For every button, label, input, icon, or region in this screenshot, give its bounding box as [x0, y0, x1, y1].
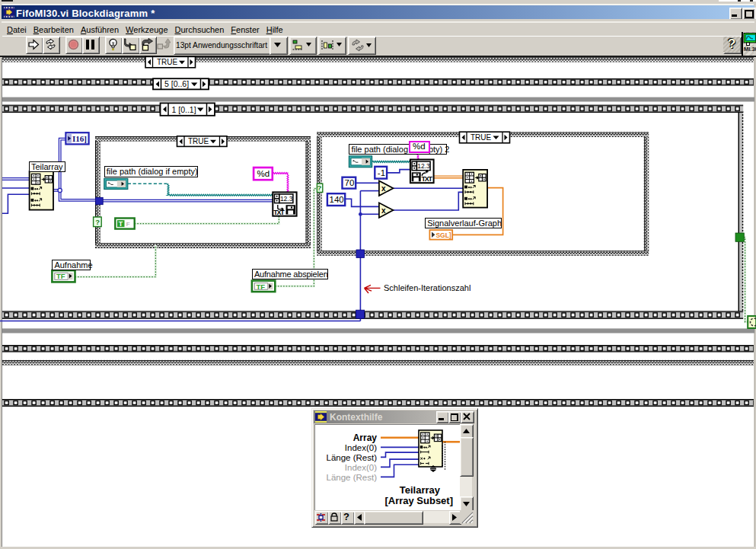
svg-text:TRUE: TRUE [188, 137, 209, 145]
svg-text:TF: TF [257, 282, 266, 291]
svg-text:140: 140 [330, 195, 344, 204]
svg-text:Länge (Rest): Länge (Rest) [327, 473, 378, 482]
svg-text:TRUE: TRUE [157, 58, 178, 66]
svg-text:5 [0..6]: 5 [0..6] [164, 79, 189, 88]
svg-text:Länge (Rest): Länge (Rest) [327, 453, 378, 462]
svg-text:Teilarray: Teilarray [400, 484, 441, 496]
svg-text:F: F [126, 221, 130, 228]
svg-text:TXT: TXT [422, 175, 433, 183]
svg-text:%d: %d [257, 169, 270, 178]
svg-text:x: x [381, 206, 386, 215]
svg-text:1 [0..1]: 1 [0..1] [172, 105, 196, 114]
svg-text:-1: -1 [378, 168, 385, 177]
svg-text:TXT: TXT [273, 209, 285, 216]
svg-text:TF: TF [56, 273, 65, 281]
svg-text:Index(0): Index(0) [345, 443, 377, 452]
svg-text:?: ? [317, 184, 322, 192]
svg-text:70: 70 [345, 178, 355, 187]
svg-text:[Array Subset]: [Array Subset] [384, 495, 453, 506]
svg-text:12.3: 12.3 [417, 162, 430, 170]
svg-text:SGL]: SGL] [435, 231, 451, 239]
svg-text:x: x [381, 184, 386, 193]
svg-text:I16]: I16] [72, 134, 87, 143]
svg-text:TRUE: TRUE [471, 133, 492, 142]
svg-text:?: ? [95, 218, 100, 226]
svg-text:Array: Array [353, 432, 378, 443]
svg-text:T: T [119, 220, 123, 228]
svg-text:12.3: 12.3 [280, 195, 293, 203]
svg-text:Index(0): Index(0) [345, 463, 377, 472]
